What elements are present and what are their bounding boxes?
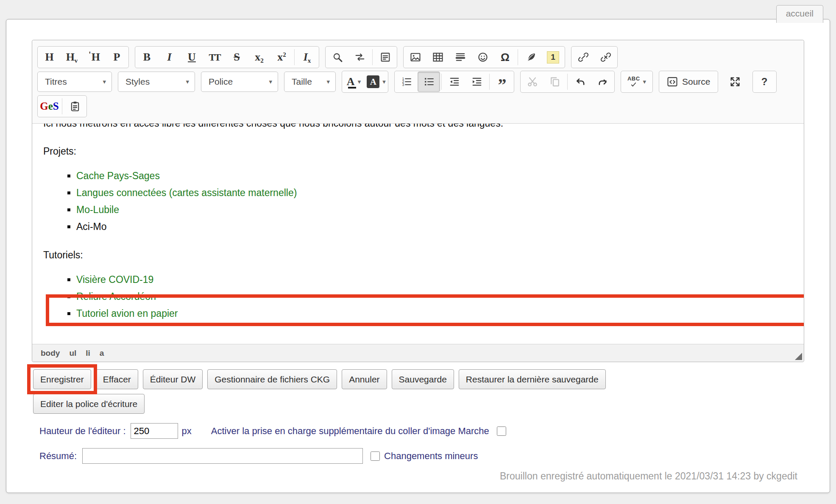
- editor-toolbar: H Hv 'H P B I U TT S x2 x2 Ix: [32, 40, 804, 124]
- paste-support-label: Activer la prise en charge supplémentair…: [211, 426, 489, 437]
- editor-height-input[interactable]: [131, 423, 178, 439]
- link-icon: [577, 51, 589, 63]
- numbered-list-button[interactable]: 123: [395, 72, 418, 92]
- dw-editor-button[interactable]: Éditeur DW: [143, 369, 203, 389]
- ckg-file-manager-button[interactable]: Gestionnaire de fichiers CKG: [207, 369, 337, 389]
- signature-button[interactable]: [519, 47, 542, 67]
- toolbar-separator: [518, 49, 518, 65]
- heading-higher-button[interactable]: 'H: [83, 47, 106, 67]
- clear-button[interactable]: Effacer: [96, 369, 138, 389]
- indent-button[interactable]: [465, 72, 488, 92]
- edit-font-button[interactable]: Editer la police d'écriture: [33, 394, 145, 414]
- spellcheck-button[interactable]: ABC ▾: [621, 72, 652, 92]
- help-button[interactable]: ?: [753, 72, 776, 92]
- horizontal-rule-button[interactable]: [449, 47, 471, 67]
- strikethrough-button[interactable]: S: [226, 47, 248, 67]
- save-button[interactable]: Enregistrer: [33, 369, 91, 389]
- link-tutoriel-avion-papier[interactable]: Tutoriel avion en papier: [76, 308, 178, 319]
- monospace-button[interactable]: TT: [203, 47, 226, 67]
- bg-color-button[interactable]: A▾: [365, 72, 387, 92]
- image-button[interactable]: [404, 47, 426, 67]
- toolbar-separator: [62, 98, 62, 114]
- find-button[interactable]: [326, 47, 348, 67]
- paste-support-checkbox[interactable]: [497, 426, 506, 436]
- outdent-button[interactable]: [443, 72, 465, 92]
- path-item-li[interactable]: li: [86, 349, 90, 358]
- link-cache-pays-sages[interactable]: Cache Pays-Sages: [76, 170, 160, 181]
- paragraph-icon: P: [114, 52, 120, 63]
- element-path-bar: body ul li a: [32, 344, 804, 362]
- link-reliure-accordeon[interactable]: Reliure Accordéon: [76, 291, 156, 302]
- toolbar-separator: [489, 74, 490, 90]
- subscript-button[interactable]: x2: [248, 47, 270, 67]
- tab-accueil[interactable]: accueil: [776, 5, 823, 23]
- resize-grip[interactable]: [795, 353, 802, 360]
- footnote-button[interactable]: 1: [542, 47, 564, 67]
- titres-dropdown[interactable]: Titres▾: [37, 72, 112, 92]
- scissors-icon: [527, 76, 538, 88]
- replace-icon: [354, 51, 366, 63]
- chevron-down-icon: ▾: [186, 78, 189, 86]
- unlink-button[interactable]: [594, 47, 617, 67]
- projets-list: Cache Pays-Sages Langues connectées (car…: [43, 169, 793, 233]
- link-mo-lubile[interactable]: Mo-Lubile: [76, 204, 119, 215]
- maximize-icon: [729, 76, 741, 88]
- link-button[interactable]: [572, 47, 594, 67]
- minor-changes-checkbox[interactable]: [371, 451, 380, 461]
- heading-lower-button[interactable]: Hv: [61, 47, 83, 67]
- police-dropdown[interactable]: Police▾: [201, 72, 278, 92]
- text-color-button[interactable]: A▾: [343, 72, 365, 92]
- maximize-button[interactable]: [724, 72, 747, 92]
- backup-button[interactable]: Sauvegarde: [392, 369, 454, 389]
- heading-same-button[interactable]: H: [38, 47, 61, 67]
- omega-icon: Ω: [501, 52, 510, 63]
- superscript-button[interactable]: x2: [270, 47, 293, 67]
- table-button[interactable]: [426, 47, 449, 67]
- replace-button[interactable]: [348, 47, 371, 67]
- path-item-ul[interactable]: ul: [69, 349, 76, 358]
- toolbar-group-lists: 123 ”: [394, 71, 514, 93]
- cancel-button[interactable]: Annuler: [342, 369, 387, 389]
- footnote-icon: 1: [547, 51, 559, 64]
- summary-input[interactable]: [82, 448, 363, 464]
- list-item: Visière COVID-19: [76, 273, 793, 286]
- ges-button[interactable]: GeS: [38, 96, 61, 116]
- outdent-icon: [449, 76, 460, 88]
- italic-button[interactable]: I: [158, 47, 181, 67]
- path-item-a[interactable]: a: [100, 349, 104, 358]
- clipboard-paste-icon: [69, 100, 81, 112]
- select-all-button[interactable]: [374, 47, 396, 67]
- link-visiere-covid19[interactable]: Visière COVID-19: [76, 274, 153, 285]
- blockquote-button[interactable]: ”: [491, 72, 513, 92]
- undo-button[interactable]: [569, 72, 591, 92]
- toolbar-group-spellcheck: ABC ▾: [621, 71, 653, 93]
- paste-button[interactable]: [64, 96, 86, 116]
- remove-format-button[interactable]: Ix: [296, 47, 318, 67]
- copy-icon: [549, 76, 561, 88]
- source-code-icon: [666, 76, 678, 88]
- superscript-icon: x: [277, 52, 283, 63]
- editor-content-area[interactable]: Ici nous mettrons en accès libre les dif…: [32, 124, 804, 344]
- bold-icon: B: [143, 52, 150, 63]
- toolbar-separator: [567, 74, 568, 90]
- underline-button[interactable]: U: [181, 47, 203, 67]
- redo-button[interactable]: [591, 72, 614, 92]
- taille-dropdown[interactable]: Taille▾: [284, 72, 336, 92]
- remove-format-icon: I: [304, 52, 308, 63]
- toolbar-group-source: Source: [659, 71, 718, 93]
- bold-button[interactable]: B: [136, 47, 158, 67]
- bulleted-list-button[interactable]: [418, 72, 440, 92]
- smiley-button[interactable]: [471, 47, 494, 67]
- link-langues-connectees[interactable]: Langues connectées (cartes assistante ma…: [76, 187, 297, 198]
- paragraph-button[interactable]: P: [106, 47, 128, 67]
- subscript-icon: x: [255, 52, 260, 63]
- styles-dropdown[interactable]: Styles▾: [118, 72, 195, 92]
- bg-color-icon: A: [367, 75, 379, 88]
- summary-line: Résumé: Changements mineurs: [39, 448, 804, 464]
- toolbar-row-1: H Hv 'H P B I U TT S x2 x2 Ix: [37, 46, 799, 68]
- source-button[interactable]: Source: [660, 72, 717, 92]
- toolbar-group-inline: B I U TT S x2 x2 Ix: [135, 46, 319, 68]
- restore-backup-button[interactable]: Restaurer la dernière sauvegarde: [459, 369, 606, 389]
- path-item-body[interactable]: body: [41, 349, 60, 358]
- special-char-button[interactable]: Ω: [494, 47, 516, 67]
